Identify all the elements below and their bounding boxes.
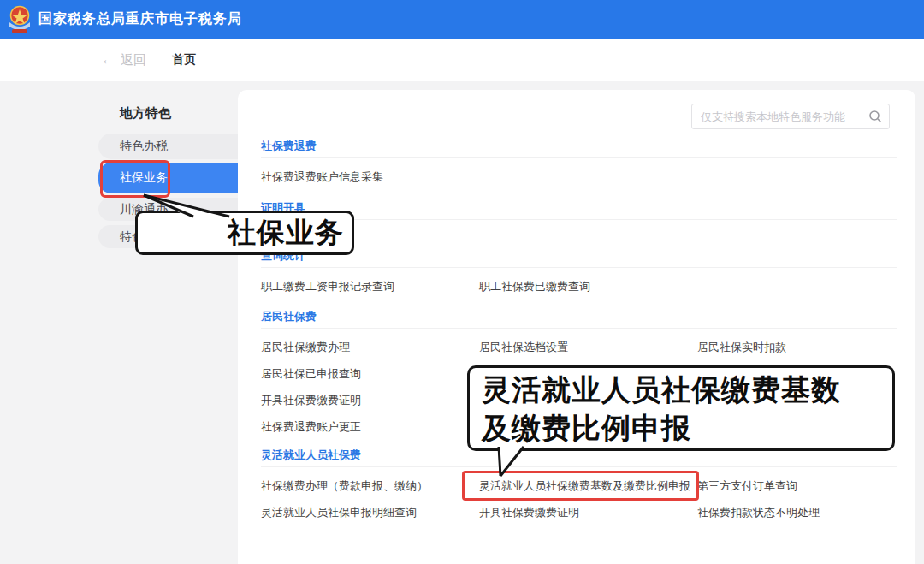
section-linghuo-jiuye: 灵活就业人员社保费 社保缴费办理（费款申报、缴纳） 灵活就业人员社保缴费基数及缴… (261, 448, 897, 520)
menu-item[interactable]: 社保费退费账户更正 (261, 419, 479, 435)
search-input[interactable] (691, 104, 890, 129)
section-title: 查询统计 (261, 248, 897, 268)
callout-tail-icon (483, 445, 535, 484)
menu-item[interactable]: 居民社保缴费办理 (261, 340, 479, 355)
menu-item (697, 169, 897, 185)
menu-item[interactable]: 开具社保费缴费证明 (479, 505, 697, 520)
home-breadcrumb[interactable]: 首页 (172, 52, 196, 68)
callout-tail-icon (135, 188, 238, 223)
callout-line: 及缴费比例申报 (482, 409, 880, 448)
menu-item[interactable]: 居民社保实时扣款 (697, 340, 897, 355)
tax-bureau-logo-icon (8, 5, 32, 36)
menu-item (479, 169, 697, 185)
sidebar-title: 地方特色 (120, 105, 171, 121)
secondary-nav: ←返回 首页 (0, 39, 924, 81)
search-icon[interactable] (868, 110, 882, 123)
callout-line: 灵活就业人员社保缴费基数 (482, 371, 880, 409)
section-title: 社保费退费 (261, 139, 897, 158)
section-shebaofei-tuifei: 社保费退费 社保费退费账户信息采集 (261, 139, 897, 185)
menu-item[interactable]: 职工社保费已缴费查询 (479, 279, 697, 294)
menu-item[interactable]: 社保费退费账户信息采集 (261, 169, 479, 185)
app-window: 国家税务总局重庆市电子税务局 ←返回 首页 地方特色 特色办税 社保业务 川渝通… (0, 0, 924, 564)
menu-item[interactable]: 第三方支付订单查询 (697, 478, 897, 494)
menu-item[interactable]: 居民社保选档设置 (479, 340, 697, 355)
section-zhengming-kaiju: 证明开具 (261, 200, 897, 231)
search-box (691, 104, 890, 129)
menu-item[interactable]: 职工缴费工资申报记录查询 (261, 279, 479, 294)
back-button[interactable]: ←返回 (101, 51, 146, 68)
menu-item (697, 279, 897, 294)
back-arrow-icon: ← (101, 51, 116, 68)
page-body: 地方特色 特色办税 社保业务 川渝通办 特色 社保费退费 社保费退费账户信息采 (0, 81, 924, 564)
sidebar-item-tese-banshui[interactable]: 特色办税 (98, 134, 240, 159)
content-card: 社保费退费 社保费退费账户信息采集 证明开具 查询统计 (238, 90, 915, 564)
menu-item[interactable]: 社保费扣款状态不明处理 (697, 505, 897, 520)
menu-item[interactable]: 开具社保费缴费证明 (261, 393, 479, 408)
menu-item[interactable]: 社保缴费办理（费款申报、缴纳） (261, 478, 479, 494)
top-header: 国家税务总局重庆市电子税务局 (0, 0, 924, 39)
menu-item[interactable]: 灵活就业人员社保申报明细查询 (261, 505, 479, 520)
section-title: 证明开具 (261, 200, 897, 220)
section-title: 居民社保费 (261, 309, 897, 329)
site-title: 国家税务总局重庆市电子税务局 (38, 10, 242, 28)
section-chaxun-tongji: 查询统计 职工缴费工资申报记录查询 职工社保费已缴费查询 (261, 248, 897, 294)
annotation-callout-menu: 灵活就业人员社保缴费基数 及缴费比例申报 (467, 365, 895, 451)
menu-item[interactable]: 居民社保已申报查询 (261, 366, 479, 382)
